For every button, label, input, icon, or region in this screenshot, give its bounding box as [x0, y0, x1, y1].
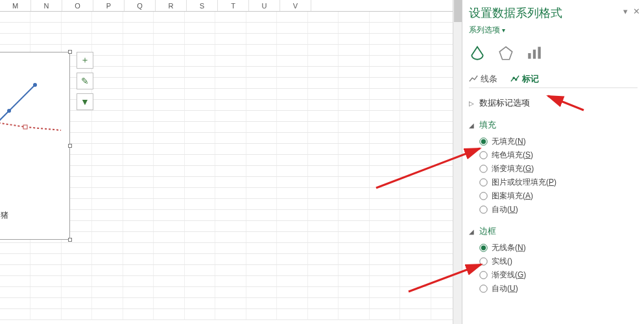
svg-rect-3	[23, 125, 27, 129]
col-header[interactable]: M	[0, 0, 31, 11]
col-header[interactable]: T	[218, 0, 249, 11]
pane-title: 设置数据系列格式	[469, 5, 638, 21]
svg-rect-7	[538, 47, 540, 58]
svg-rect-6	[533, 50, 536, 59]
collapse-border[interactable]: ◢边框	[469, 224, 638, 238]
pane-dropdown-icon[interactable]: ▾	[623, 6, 628, 16]
tab-marker[interactable]: 标记	[510, 73, 539, 85]
radio-fill-pattern[interactable]: 图案填充(A)	[479, 189, 638, 203]
col-header[interactable]: S	[187, 0, 218, 11]
radio-fill-none[interactable]: 无填充(N)	[479, 135, 638, 148]
resize-handle[interactable]	[68, 50, 72, 54]
chart-mini-toolbar: ＋ ✎ ▼	[77, 52, 93, 114]
scroll-thumb[interactable]	[454, 0, 462, 22]
vertical-scrollbar[interactable]	[453, 0, 462, 324]
radio-fill-auto[interactable]: 自动(U)	[479, 203, 638, 216]
chart-filter-button[interactable]: ▼	[77, 93, 93, 110]
svg-point-2	[33, 83, 37, 87]
resize-handle[interactable]	[68, 238, 72, 242]
col-header[interactable]: P	[93, 0, 125, 11]
chart-styles-button[interactable]: ✎	[77, 73, 93, 89]
radio-fill-picture[interactable]: 图片或纹理填充(P)	[479, 176, 638, 189]
svg-point-1	[7, 109, 11, 113]
tab-line[interactable]: 线条	[469, 73, 497, 85]
column-headers: M N O P Q R S T U V	[0, 0, 462, 12]
collapse-fill[interactable]: ◢填充	[469, 118, 638, 132]
format-pane: 设置数据系列格式 ▾ ✕ 系列选项 ▾ 线条 标记 ▷数据标记选项 ◢填充 无填…	[462, 0, 644, 324]
radio-border-auto[interactable]: 自动(U)	[479, 282, 638, 295]
format-category-icons	[469, 45, 638, 62]
svg-point-9	[515, 78, 518, 81]
svg-marker-4	[499, 47, 512, 60]
spreadsheet-area: M N O P Q R S T U V 猪 示 ＋ ✎ ▼	[0, 0, 462, 324]
col-header[interactable]: O	[62, 0, 93, 11]
chart-object[interactable]: 猪 示	[0, 52, 70, 240]
col-header[interactable]: Q	[125, 0, 156, 11]
chart-plot	[0, 65, 69, 169]
fill-line-icon[interactable]	[469, 45, 486, 62]
col-header[interactable]: N	[31, 0, 62, 11]
col-header[interactable]: U	[249, 0, 280, 11]
svg-point-8	[513, 77, 516, 80]
collapse-marker-options[interactable]: ▷数据标记选项	[469, 96, 638, 110]
chart-elements-button[interactable]: ＋	[77, 52, 93, 69]
radio-fill-gradient[interactable]: 渐变填充(G)	[479, 162, 638, 176]
radio-border-solid[interactable]: 实线()	[479, 255, 638, 268]
radio-fill-solid[interactable]: 纯色填充(S)	[479, 148, 638, 162]
pane-close-icon[interactable]: ✕	[633, 6, 640, 16]
legend-label: 猪	[1, 210, 8, 221]
svg-rect-5	[528, 53, 531, 59]
radio-border-none[interactable]: 无线条(N)	[479, 241, 638, 255]
col-header[interactable]: R	[156, 0, 187, 11]
series-options-icon[interactable]	[526, 45, 543, 62]
col-header[interactable]: V	[280, 0, 311, 11]
effects-icon[interactable]	[497, 45, 514, 62]
radio-border-gradient[interactable]: 渐变线(G)	[479, 268, 638, 282]
series-options-dropdown[interactable]: 系列选项 ▾	[469, 25, 638, 36]
